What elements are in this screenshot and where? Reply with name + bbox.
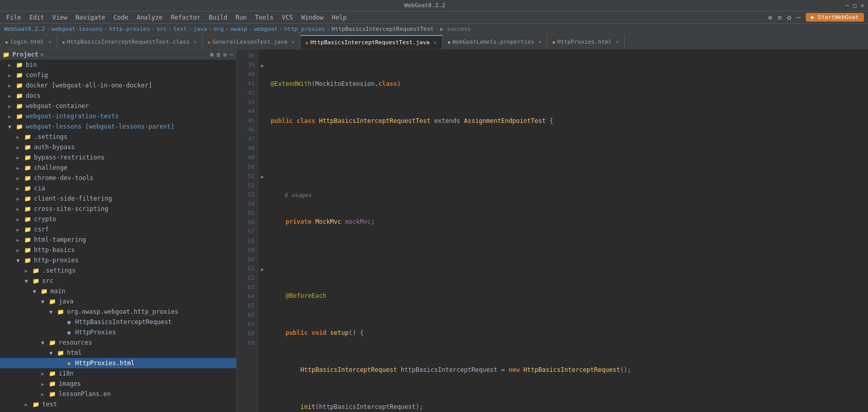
tree-item-java[interactable]: ▼ 📁 java <box>0 296 236 307</box>
tree-item-chrome-dev-tools[interactable]: ▶ 📁 chrome-dev-tools <box>0 173 236 183</box>
tree-item-auth-bypass[interactable]: ▶ 📁 auth-bypass <box>0 142 236 152</box>
tree-item-bin[interactable]: ▶ 📁 bin <box>0 60 236 70</box>
menu-item-analyze[interactable]: Analyze <box>132 13 167 22</box>
menu-item-edit[interactable]: Edit <box>25 13 48 22</box>
tree-item-lessonplans[interactable]: ▶ 📁 lessonPlans.en <box>0 389 236 399</box>
project-header[interactable]: 📁 Project ▼ ⊕ ≡ ⚙ ─ <box>0 49 236 60</box>
list-icon[interactable]: ≡ <box>777 13 782 22</box>
menu-item-refactor[interactable]: Refactor <box>167 13 205 22</box>
tab-login-close[interactable]: ✕ <box>48 39 51 45</box>
tree-item-docker[interactable]: ▶ 📁 docker [webgoat-all-in-one-docker] <box>0 80 236 91</box>
tree-item-http-basics[interactable]: ▶ 📁 http-basics <box>0 245 236 255</box>
tab-hp-label: HttpProxies.html <box>557 39 612 45</box>
menu-item-vcs[interactable]: VCS <box>278 13 297 22</box>
tree-item-images[interactable]: ▶ 📁 images <box>0 379 236 389</box>
tree-item-src[interactable]: ▼ 📁 src <box>0 276 236 286</box>
breadcrumb-item[interactable]: webgoat-lessons <box>51 26 102 32</box>
menu-item-view[interactable]: View <box>48 13 72 22</box>
menu-item-run[interactable]: Run <box>232 13 251 22</box>
tree-item-cia[interactable]: ▶ 📁 cia <box>0 183 236 193</box>
breadcrumb-item[interactable]: org <box>214 26 224 32</box>
tab-hbirt-java[interactable]: ◆ HttpBasicsInterceptRequestTest.java ✕ <box>300 35 442 49</box>
tree-item-test[interactable]: ▶ 📁 test <box>0 399 236 409</box>
tree-item-hbir[interactable]: ● HttpBasicsInterceptRequest <box>0 317 236 327</box>
code-text[interactable]: @ExtendWith(MockitoExtension.class) publ… <box>267 49 868 412</box>
tab-glt[interactable]: ◆ GeneralLessonTest.java ✕ <box>203 35 300 49</box>
sync-icon[interactable]: ⊕ <box>768 13 772 22</box>
breadcrumb-item[interactable]: http_proxies <box>284 26 325 32</box>
menu-item-file[interactable]: File <box>2 13 25 22</box>
folder-icon: 📁 <box>24 246 32 254</box>
run-icon-39[interactable]: ▶ <box>258 61 267 70</box>
tree-item-client-side-filtering[interactable]: ▶ 📁 client-side-filtering <box>0 193 236 204</box>
tree-item-org-pkg[interactable]: ▼ 📁 org.owasp.webgoat.http_proxies <box>0 307 236 317</box>
tab-hp[interactable]: ◆ HttpProxies.html ✕ <box>547 35 624 49</box>
tree-item-html-tampering[interactable]: ▶ 📁 html-tampering <box>0 235 236 245</box>
crosshair-icon[interactable]: ⊕ <box>210 51 214 58</box>
project-folder-icon: 📁 <box>2 50 10 59</box>
maximize-icon[interactable]: □ <box>853 2 857 9</box>
run-icon-61[interactable]: ▶ <box>258 264 267 274</box>
tab-glt-close[interactable]: ✕ <box>292 39 295 45</box>
folder-icon: 📁 <box>24 174 32 182</box>
gear-icon[interactable]: ⚙ <box>223 51 227 58</box>
tree-item-challenge[interactable]: ▶ 📁 challenge <box>0 163 236 173</box>
tree-item-resources[interactable]: ▼ 📁 resources <box>0 337 236 348</box>
tree-item-bypass-restrictions[interactable]: ▶ 📁 bypass-restrictions <box>0 152 236 163</box>
folder-icon: 📁 <box>32 277 40 285</box>
tree-item-webgoat-container[interactable]: ▶ 📁 webgoat-container <box>0 101 236 111</box>
folder-icon: 📁 <box>57 349 65 357</box>
tab-hbirt-java-close[interactable]: ✕ <box>434 40 437 45</box>
tab-wgl-close[interactable]: ✕ <box>538 39 541 45</box>
settings-icon[interactable]: ⚙ <box>787 13 791 22</box>
breadcrumb-item[interactable]: WebGoat8.2.2 <box>4 26 45 32</box>
menu-item-tools[interactable]: Tools <box>251 13 278 22</box>
menu-item-help[interactable]: Help <box>328 13 351 22</box>
start-webgoat-button[interactable]: ▶ StartWebGoat <box>806 13 864 22</box>
breadcrumb-item[interactable]: owasp <box>230 26 247 32</box>
run-icon-51[interactable]: ▶ <box>258 172 267 181</box>
tab-hbirt-class-close[interactable]: ✕ <box>194 39 197 45</box>
tree-item-httpproxies-html[interactable]: ◆ HttpProxies.html <box>0 358 236 368</box>
breadcrumb-item[interactable]: src <box>156 26 167 32</box>
tab-wgl-label: WebGoatLabels.properties <box>452 39 534 45</box>
menu-bar: File Edit View Navigate Code Analyze Ref… <box>0 11 868 24</box>
code-line-44: public void setup() { <box>271 328 868 337</box>
collapse-icon[interactable]: ─ <box>229 51 233 58</box>
menu-item-code[interactable]: Code <box>110 13 133 22</box>
tree-item-cross-site-scripting[interactable]: ▶ 📁 cross-site-scripting <box>0 204 236 214</box>
tab-hp-close[interactable]: ✕ <box>616 39 619 45</box>
tree-item-httpproxies-class[interactable]: ● HttpProxies <box>0 327 236 337</box>
tree-item-webgoat-lessons[interactable]: ▼ 📁 webgoat-lessons [webgoat-lessons-par… <box>0 121 236 132</box>
minus-icon[interactable]: ─ <box>796 13 801 22</box>
tab-hbirt-class[interactable]: ◆ HttpBasicsInterceptRequestTest.class ✕ <box>57 35 203 49</box>
tree-item-target[interactable]: ▶ 📁 target <box>0 409 236 412</box>
code-editor[interactable]: 38 39 40 41 42 43 44 45 46 47 48 49 50 5… <box>237 49 868 412</box>
breadcrumb-item[interactable]: java <box>193 26 207 32</box>
breadcrumb-item[interactable]: HttpBasicsInterceptRequestTest <box>331 26 434 32</box>
menu-item-window[interactable]: Window <box>297 13 327 22</box>
tab-wgl[interactable]: ◆ WebGoatLabels.properties ✕ <box>442 35 547 49</box>
tree-item-integration-tests[interactable]: ▶ 📁 webgoat-integration-tests <box>0 111 236 121</box>
tree-item-html-dir[interactable]: ▼ 📁 html <box>0 348 236 358</box>
breadcrumb-item[interactable]: http-proxies <box>109 26 150 32</box>
tree-item-main[interactable]: ▼ 📁 main <box>0 286 236 296</box>
tree-item-http-proxies[interactable]: ▼ 📁 http-proxies <box>0 255 236 265</box>
tree-item-docs[interactable]: ▶ 📁 docs <box>0 91 236 101</box>
breadcrumb-item[interactable]: webgoat <box>254 26 277 32</box>
tree-item-config[interactable]: ▶ 📁 config <box>0 70 236 80</box>
code-line-41: private MockMvc mockMvc; <box>271 217 868 226</box>
toolbar-icons: ⊕ ≡ ⚙ ─ <box>768 13 801 22</box>
tab-login[interactable]: ◆ login.html ✕ <box>0 35 57 49</box>
align-icon[interactable]: ≡ <box>217 51 220 58</box>
menu-item-navigate[interactable]: Navigate <box>72 13 110 22</box>
minimize-icon[interactable]: ─ <box>845 2 849 9</box>
tree-item-csrf[interactable]: ▶ 📁 csrf <box>0 224 236 235</box>
tree-item-settings[interactable]: ▶ 📁 .settings <box>0 132 236 142</box>
tree-item-hp-settings[interactable]: ▶ 📁 .settings <box>0 265 236 276</box>
tree-item-i18n[interactable]: ▶ 📁 i18n <box>0 368 236 379</box>
breadcrumb-item[interactable]: test <box>173 26 187 32</box>
tree-item-crypto[interactable]: ▶ 📁 crypto <box>0 214 236 224</box>
menu-item-build[interactable]: Build <box>205 13 232 22</box>
close-icon[interactable]: ✕ <box>860 2 864 9</box>
